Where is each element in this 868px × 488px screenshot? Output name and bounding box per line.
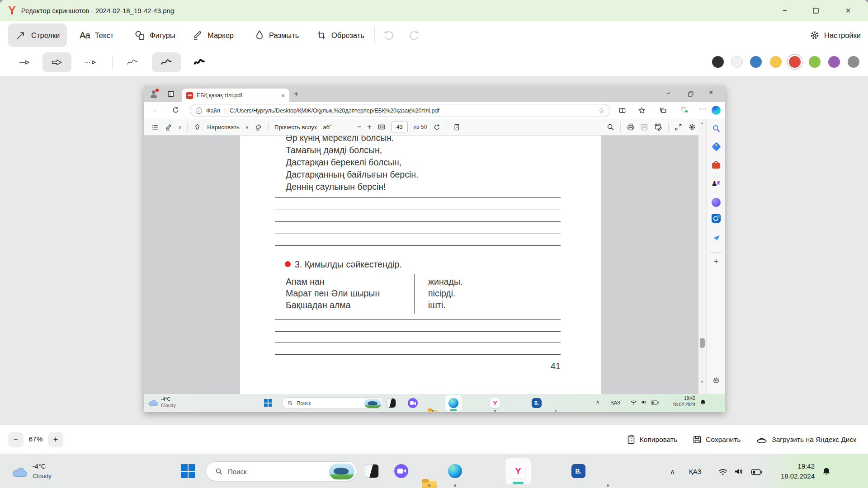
favorites-hub-icon[interactable] [638,107,646,114]
sidebar-search-icon[interactable] [711,123,721,133]
upload-yandex-disk-button[interactable]: Загрузить на Яндекс Диск [751,435,861,444]
edge-icon[interactable] [448,464,462,478]
battery-icon[interactable] [751,469,762,475]
highlighter-icon[interactable] [165,123,172,131]
browser-tab-active[interactable]: ЕБҚ қазақ тілі.pdf × [182,89,289,102]
eraser-icon[interactable] [255,123,262,131]
copy-button[interactable]: Копировать [622,435,682,445]
tool-marker-button[interactable]: Маркер [185,23,241,47]
rotate-icon[interactable] [433,123,441,131]
weather-condition[interactable]: Cloudy [33,473,52,479]
save-button[interactable]: Сохранить [688,435,745,444]
yandex-browser-icon[interactable]: Y [511,464,525,479]
notification-bell-icon[interactable] [822,467,831,476]
info-icon[interactable]: i [196,108,202,114]
pdf-scrollbar[interactable]: ▲ ▼ [698,119,706,394]
read-aloud-button[interactable]: Прочесть вслух [274,124,317,131]
wifi-icon[interactable] [718,468,728,475]
browser-minimize-icon[interactable]: − [666,89,670,97]
tray-chevron-icon[interactable]: ∧ [670,468,675,476]
undo-button[interactable] [382,29,395,42]
color-swatch-yellow[interactable] [770,56,782,68]
pdf-page-input[interactable] [392,122,408,132]
maximize-button[interactable] [805,0,826,21]
tool-arrows-button[interactable]: Стрелки [8,23,67,47]
save-as-icon[interactable] [654,123,662,131]
pdf-zoom-in-icon[interactable]: + [367,123,371,131]
color-swatch-blue[interactable] [750,56,762,68]
clock-date[interactable]: 18.02.2024 [771,472,815,480]
draw-label[interactable]: Нарисовать [207,124,239,131]
color-swatch-gray[interactable] [848,56,859,68]
favorite-star-icon[interactable]: ☆ [599,107,604,115]
sidebar-add-icon[interactable]: + [711,257,721,267]
tab-search-icon[interactable] [167,90,175,98]
language-label[interactable]: ҚАЗ [689,468,702,475]
sidebar-drop-icon[interactable] [711,233,721,243]
browser-essentials-icon[interactable]: ♡ [680,106,687,114]
start-button[interactable] [181,464,195,478]
editor-canvas[interactable]: ЕБҚ қазақ тілі.pdf × + − × ← i Файл | C:… [0,76,868,425]
redo-button[interactable] [408,29,420,42]
highlighter-caret-icon[interactable]: ∨ [178,125,181,130]
color-swatch-green[interactable] [809,56,821,68]
refresh-icon[interactable] [172,106,179,114]
arrow-style-dotted-button[interactable] [77,52,105,72]
stroke-thick-button[interactable] [186,52,212,72]
b-app-icon[interactable]: B. [571,464,585,478]
arrow-style-outline-button[interactable] [42,52,71,72]
arrow-style-thin-button[interactable] [12,52,37,72]
pdf-settings-gear-icon[interactable] [688,123,696,131]
scrollbar-thumb[interactable] [700,338,705,348]
browser-close-icon[interactable]: × [709,89,713,97]
weather-icon[interactable] [11,466,29,478]
sidebar-outlook-icon[interactable] [712,214,721,223]
camera-app-icon[interactable] [394,464,408,478]
color-swatch-black[interactable] [712,56,724,68]
read-aloud-ab-icon[interactable]: аб̃ [323,124,330,131]
widgets-app-icon[interactable] [365,464,379,478]
browser-restore-icon[interactable] [688,91,693,97]
sidebar-games-icon[interactable]: ♟♜ [711,178,721,188]
color-swatch-purple[interactable] [828,56,840,68]
clock-time[interactable]: 19:42 [771,462,815,470]
stroke-thin-button[interactable] [119,52,146,72]
draw-pen-icon[interactable] [193,123,201,131]
tool-text-button[interactable]: Аа Текст [72,23,121,47]
pdf-content-area[interactable]: Әр күнің мерекелі болсын. Тамағың дәмді … [144,136,698,394]
fit-width-icon[interactable] [377,123,386,131]
scroll-up-icon[interactable]: ▲ [700,121,704,125]
print-icon[interactable] [627,123,635,131]
more-menu-icon[interactable]: ··· [699,105,707,112]
page-view-icon[interactable] [453,123,461,131]
profile-avatar-icon[interactable] [149,89,158,99]
tab-close-icon[interactable]: × [281,92,285,99]
sidebar-shopping-icon[interactable] [711,141,721,151]
split-screen-icon[interactable] [618,107,626,114]
stroke-medium-button[interactable] [152,52,181,72]
back-icon[interactable]: ← [153,106,160,114]
draw-caret-icon[interactable]: ∨ [245,125,249,130]
sidebar-settings-gear-icon[interactable] [711,375,721,385]
tool-crop-button[interactable]: Обрезать [309,23,372,47]
fullscreen-icon[interactable] [675,123,682,131]
color-swatch-red-selected[interactable] [789,56,801,68]
zoom-in-button[interactable]: + [48,432,63,447]
pdf-search-icon[interactable] [607,123,614,131]
tool-blur-button[interactable]: Размыть [248,23,306,47]
settings-button[interactable]: Настройки [810,23,861,47]
address-url-field[interactable]: i Файл | C:/Users/Нургуль/Desktop/ҚМЖ/Оқ… [190,104,610,117]
scroll-down-icon[interactable]: ▼ [700,380,704,384]
new-tab-button[interactable]: + [294,89,298,99]
color-swatch-white[interactable] [731,56,743,68]
pdf-zoom-out-icon[interactable]: − [357,123,361,131]
search-box[interactable]: Поиск [206,461,357,481]
tool-shapes-button[interactable]: Фигуры [127,23,183,47]
sidebar-m365-icon[interactable] [712,198,721,207]
toc-icon[interactable] [151,123,159,131]
minimize-button[interactable]: − [774,0,796,21]
collections-icon[interactable] [659,107,667,114]
save-icon[interactable] [641,123,648,131]
sidebar-tools-icon[interactable] [711,160,721,170]
zoom-out-button[interactable]: − [8,432,24,447]
